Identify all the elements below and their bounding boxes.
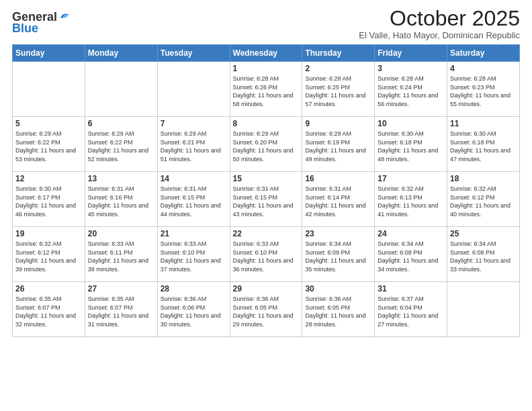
day-info: Sunrise: 6:30 AMSunset: 6:18 PMDaylight:… <box>450 130 517 163</box>
header-saturday: Saturday <box>447 45 520 62</box>
table-row: 2Sunrise: 6:28 AMSunset: 6:25 PMDaylight… <box>302 62 375 117</box>
day-number: 15 <box>233 174 300 183</box>
calendar-week-row: 19Sunrise: 6:32 AMSunset: 6:12 PMDayligh… <box>13 227 520 282</box>
calendar-week-row: 5Sunrise: 6:29 AMSunset: 6:22 PMDaylight… <box>13 117 520 172</box>
calendar-week-row: 26Sunrise: 6:35 AMSunset: 6:07 PMDayligh… <box>13 282 520 337</box>
day-info: Sunrise: 6:29 AMSunset: 6:22 PMDaylight:… <box>15 130 82 163</box>
day-number: 9 <box>305 119 371 128</box>
calendar-table: Sunday Monday Tuesday Wednesday Thursday… <box>12 44 520 337</box>
day-info: Sunrise: 6:30 AMSunset: 6:17 PMDaylight:… <box>15 185 82 218</box>
header-tuesday: Tuesday <box>157 45 230 62</box>
day-number: 25 <box>450 229 517 238</box>
day-info: Sunrise: 6:32 AMSunset: 6:12 PMDaylight:… <box>450 185 517 218</box>
day-number: 7 <box>161 119 227 128</box>
day-info: Sunrise: 6:29 AMSunset: 6:22 PMDaylight:… <box>88 130 154 163</box>
table-row: 31Sunrise: 6:37 AMSunset: 6:04 PMDayligh… <box>375 282 447 337</box>
table-row <box>157 62 230 117</box>
table-row: 21Sunrise: 6:33 AMSunset: 6:10 PMDayligh… <box>157 227 230 282</box>
table-row: 10Sunrise: 6:30 AMSunset: 6:18 PMDayligh… <box>375 117 447 172</box>
day-number: 21 <box>161 229 227 238</box>
table-row: 27Sunrise: 6:35 AMSunset: 6:07 PMDayligh… <box>85 282 157 337</box>
month-title: October 2025 <box>359 7 520 30</box>
day-info: Sunrise: 6:28 AMSunset: 6:23 PMDaylight:… <box>450 75 517 108</box>
day-number: 2 <box>305 64 371 73</box>
calendar-page: General Blue October 2025 El Valle, Hato… <box>0 0 532 411</box>
table-row: 15Sunrise: 6:31 AMSunset: 6:15 PMDayligh… <box>230 172 302 227</box>
day-number: 18 <box>450 174 517 183</box>
day-number: 28 <box>161 284 227 293</box>
table-row: 11Sunrise: 6:30 AMSunset: 6:18 PMDayligh… <box>447 117 520 172</box>
day-number: 1 <box>233 64 300 73</box>
table-row <box>13 62 85 117</box>
table-row: 28Sunrise: 6:36 AMSunset: 6:06 PMDayligh… <box>157 282 230 337</box>
table-row: 8Sunrise: 6:29 AMSunset: 6:20 PMDaylight… <box>230 117 302 172</box>
header-wednesday: Wednesday <box>230 45 302 62</box>
weekday-header-row: Sunday Monday Tuesday Wednesday Thursday… <box>13 45 520 62</box>
day-info: Sunrise: 6:29 AMSunset: 6:19 PMDaylight:… <box>305 130 371 163</box>
day-number: 31 <box>378 284 444 293</box>
day-number: 20 <box>88 229 154 238</box>
day-info: Sunrise: 6:34 AMSunset: 6:08 PMDaylight:… <box>378 240 444 273</box>
day-number: 24 <box>378 229 444 238</box>
day-number: 10 <box>378 119 444 128</box>
logo: General Blue <box>12 7 71 36</box>
day-info: Sunrise: 6:36 AMSunset: 6:06 PMDaylight:… <box>161 295 227 328</box>
day-info: Sunrise: 6:31 AMSunset: 6:16 PMDaylight:… <box>88 185 154 218</box>
table-row: 6Sunrise: 6:29 AMSunset: 6:22 PMDaylight… <box>85 117 157 172</box>
day-number: 6 <box>88 119 154 128</box>
header-monday: Monday <box>85 45 157 62</box>
table-row: 12Sunrise: 6:30 AMSunset: 6:17 PMDayligh… <box>13 172 85 227</box>
day-number: 3 <box>378 64 444 73</box>
day-info: Sunrise: 6:34 AMSunset: 6:09 PMDaylight:… <box>305 240 371 273</box>
day-info: Sunrise: 6:32 AMSunset: 6:12 PMDaylight:… <box>15 240 82 273</box>
day-info: Sunrise: 6:28 AMSunset: 6:25 PMDaylight:… <box>305 75 371 108</box>
calendar-week-row: 1Sunrise: 6:28 AMSunset: 6:26 PMDaylight… <box>13 62 520 117</box>
table-row: 18Sunrise: 6:32 AMSunset: 6:12 PMDayligh… <box>447 172 520 227</box>
table-row: 14Sunrise: 6:31 AMSunset: 6:15 PMDayligh… <box>157 172 230 227</box>
day-number: 29 <box>233 284 300 293</box>
day-info: Sunrise: 6:35 AMSunset: 6:07 PMDaylight:… <box>88 295 154 328</box>
table-row: 25Sunrise: 6:34 AMSunset: 6:08 PMDayligh… <box>447 227 520 282</box>
day-number: 5 <box>15 119 82 128</box>
day-info: Sunrise: 6:37 AMSunset: 6:04 PMDaylight:… <box>378 295 444 328</box>
table-row <box>447 282 520 337</box>
day-number: 17 <box>378 174 444 183</box>
logo-blue-text: Blue <box>12 21 38 36</box>
table-row: 29Sunrise: 6:36 AMSunset: 6:05 PMDayligh… <box>230 282 302 337</box>
day-info: Sunrise: 6:32 AMSunset: 6:13 PMDaylight:… <box>378 185 444 218</box>
day-info: Sunrise: 6:35 AMSunset: 6:07 PMDaylight:… <box>15 295 82 328</box>
table-row: 16Sunrise: 6:31 AMSunset: 6:14 PMDayligh… <box>302 172 375 227</box>
day-info: Sunrise: 6:28 AMSunset: 6:24 PMDaylight:… <box>378 75 444 108</box>
day-number: 11 <box>450 119 517 128</box>
day-number: 19 <box>15 229 82 238</box>
day-info: Sunrise: 6:29 AMSunset: 6:20 PMDaylight:… <box>233 130 300 163</box>
table-row: 3Sunrise: 6:28 AMSunset: 6:24 PMDaylight… <box>375 62 447 117</box>
logo-text: General <box>12 9 71 23</box>
table-row: 13Sunrise: 6:31 AMSunset: 6:16 PMDayligh… <box>85 172 157 227</box>
table-row: 20Sunrise: 6:33 AMSunset: 6:11 PMDayligh… <box>85 227 157 282</box>
day-info: Sunrise: 6:36 AMSunset: 6:05 PMDaylight:… <box>233 295 300 328</box>
header-sunday: Sunday <box>13 45 85 62</box>
table-row: 17Sunrise: 6:32 AMSunset: 6:13 PMDayligh… <box>375 172 447 227</box>
header-friday: Friday <box>375 45 447 62</box>
logo-bird-icon <box>58 9 71 21</box>
day-info: Sunrise: 6:31 AMSunset: 6:15 PMDaylight:… <box>161 185 227 218</box>
table-row: 26Sunrise: 6:35 AMSunset: 6:07 PMDayligh… <box>13 282 85 337</box>
day-info: Sunrise: 6:33 AMSunset: 6:10 PMDaylight:… <box>161 240 227 273</box>
table-row: 4Sunrise: 6:28 AMSunset: 6:23 PMDaylight… <box>447 62 520 117</box>
page-header: General Blue October 2025 El Valle, Hato… <box>12 7 520 40</box>
table-row: 22Sunrise: 6:33 AMSunset: 6:10 PMDayligh… <box>230 227 302 282</box>
title-area: October 2025 El Valle, Hato Mayor, Domin… <box>359 7 520 40</box>
day-info: Sunrise: 6:30 AMSunset: 6:18 PMDaylight:… <box>378 130 444 163</box>
day-number: 22 <box>233 229 300 238</box>
header-thursday: Thursday <box>302 45 375 62</box>
table-row: 5Sunrise: 6:29 AMSunset: 6:22 PMDaylight… <box>13 117 85 172</box>
day-info: Sunrise: 6:28 AMSunset: 6:26 PMDaylight:… <box>233 75 300 108</box>
day-info: Sunrise: 6:34 AMSunset: 6:08 PMDaylight:… <box>450 240 517 273</box>
day-info: Sunrise: 6:36 AMSunset: 6:05 PMDaylight:… <box>305 295 371 328</box>
table-row: 7Sunrise: 6:29 AMSunset: 6:21 PMDaylight… <box>157 117 230 172</box>
table-row: 9Sunrise: 6:29 AMSunset: 6:19 PMDaylight… <box>302 117 375 172</box>
day-number: 4 <box>450 64 517 73</box>
table-row <box>85 62 157 117</box>
table-row: 23Sunrise: 6:34 AMSunset: 6:09 PMDayligh… <box>302 227 375 282</box>
